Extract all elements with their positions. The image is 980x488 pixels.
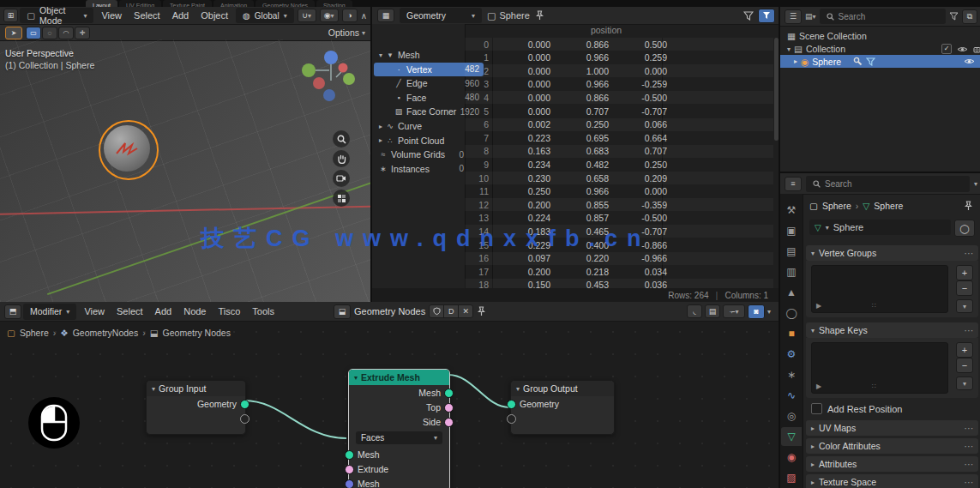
- filter-icon[interactable]: [949, 12, 959, 21]
- view-layer-tab[interactable]: ▥: [781, 262, 802, 281]
- extrude-mesh-node[interactable]: ▾Extrude Mesh MeshTopSide Faces▾ MeshExt…: [348, 369, 450, 488]
- camera-view-icon[interactable]: [333, 170, 350, 187]
- snapping-button[interactable]: ∙⌐▾: [723, 304, 745, 318]
- zoom-icon[interactable]: [333, 130, 350, 148]
- scene-collection-row[interactable]: ▦ Scene Collection: [780, 30, 980, 42]
- editor-type-button[interactable]: ⊞: [3, 9, 18, 22]
- add-rest-position-row[interactable]: Add Rest Position: [811, 403, 902, 414]
- workspace-tab-uv-editing[interactable]: UV Editing: [119, 0, 161, 7]
- overlays-dropdown-icon[interactable]: ▾: [767, 308, 771, 316]
- color-attributes-panel-header[interactable]: ▸Color Attributes⋯: [806, 438, 978, 454]
- pin-icon[interactable]: [964, 201, 973, 211]
- cursor-tool-button[interactable]: ✛: [75, 27, 90, 39]
- shape-keys-panel-header[interactable]: ▾Shape Keys ⋯: [806, 322, 978, 338]
- active-tool-button[interactable]: ➤: [5, 27, 22, 39]
- object-data-tab[interactable]: ▽: [781, 427, 802, 446]
- select-box-tool-button[interactable]: ▭: [26, 27, 41, 39]
- panel-menu-icon[interactable]: ⋯: [965, 325, 974, 335]
- remove-vertex-group-button[interactable]: −: [956, 280, 973, 296]
- collection-row[interactable]: ▾ ▤ Collection ✓: [780, 43, 980, 55]
- world-tab[interactable]: ◯: [781, 304, 802, 322]
- side-output-socket[interactable]: [444, 418, 454, 427]
- proportional-editing-button[interactable]: ◉▾: [320, 9, 339, 22]
- data-source-instances[interactable]: ∗Instances0: [374, 162, 468, 176]
- particles-tab[interactable]: ∗: [781, 365, 802, 384]
- select-circle-tool-button[interactable]: ◌: [42, 27, 57, 39]
- node-tree-icon[interactable]: ⬓: [334, 304, 351, 319]
- object-tab[interactable]: ■: [781, 324, 802, 343]
- vertex-groups-list[interactable]: ▶ ∷: [811, 265, 948, 313]
- data-source-point-cloud[interactable]: ▸∴Point Cloud: [374, 134, 468, 148]
- scene-tab[interactable]: ▲: [781, 283, 802, 302]
- add-vertex-group-button[interactable]: +: [956, 265, 973, 280]
- attributes-panel-header[interactable]: ▸Attributes⋯: [806, 456, 978, 472]
- fake-user-shield-icon[interactable]: [430, 305, 443, 317]
- shape-key-specials-button[interactable]: ▾: [956, 377, 973, 390]
- options-dropdown[interactable]: Options▾: [328, 27, 365, 38]
- group-output-node[interactable]: ▾Group Output Geometry: [510, 380, 615, 435]
- mode-dropdown[interactable]: Faces▾: [356, 431, 442, 444]
- node-tree-type-dropdown[interactable]: Modifier▾: [23, 304, 76, 320]
- menu-object[interactable]: Object: [195, 9, 234, 22]
- uv-maps-panel-header[interactable]: ▸UV Maps⋯: [806, 420, 978, 436]
- node-canvas[interactable]: ▢ Sphere › ❖ GeometryNodes › ⬓ Geometry …: [0, 321, 779, 488]
- users-count-button[interactable]: D: [443, 305, 458, 317]
- properties-search-input[interactable]: Search: [806, 176, 970, 192]
- orthographic-toggle-icon[interactable]: [333, 190, 350, 207]
- remove-shape-key-button[interactable]: −: [956, 358, 973, 373]
- workspace-tab-animation[interactable]: Animation: [213, 0, 254, 7]
- mesh-output-socket[interactable]: [444, 389, 454, 398]
- geometry-input-socket[interactable]: [507, 400, 516, 409]
- extension-socket[interactable]: [507, 414, 516, 424]
- tool-tab[interactable]: ⚒: [781, 201, 802, 220]
- group-input-node[interactable]: ▾Group Input Geometry: [146, 380, 246, 435]
- menu-add[interactable]: Add: [149, 304, 178, 318]
- hide-eye-icon[interactable]: [964, 57, 975, 65]
- search-input[interactable]: Search: [820, 9, 946, 24]
- workspace-tab-geometry-nodes[interactable]: Geometry Nodes: [256, 0, 315, 7]
- panel-menu-icon[interactable]: ⋯: [965, 248, 974, 258]
- editor-type-button[interactable]: ≡: [785, 177, 802, 191]
- modifiers-tab[interactable]: ⚙: [781, 345, 802, 364]
- panel-menu-icon[interactable]: ⋯: [965, 423, 974, 433]
- add-rest-position-checkbox[interactable]: [811, 403, 822, 414]
- mode-dropdown[interactable]: ▢ Object Mode▾: [20, 8, 93, 23]
- overlays-icon[interactable]: ∧: [361, 11, 367, 21]
- sphere-object-row[interactable]: ▸ ◉ Sphere: [780, 55, 980, 68]
- overlays-toggle-button[interactable]: ◙: [748, 304, 765, 319]
- geometry-dropdown[interactable]: Geometry▾: [400, 8, 482, 23]
- menu-node[interactable]: Node: [177, 304, 212, 318]
- filter-icon[interactable]: [743, 11, 754, 21]
- output-tab[interactable]: ▤: [781, 242, 802, 261]
- top-output-socket[interactable]: [444, 403, 454, 413]
- data-source-volume-grids[interactable]: ≈Volume Grids0: [374, 148, 468, 161]
- render-tab[interactable]: ▣: [781, 221, 802, 240]
- select-lasso-tool-button[interactable]: ◠: [58, 27, 74, 39]
- mesh-input-socket[interactable]: [345, 450, 354, 460]
- menu-tools[interactable]: Tools: [246, 304, 280, 318]
- extrude-input-socket[interactable]: [345, 465, 354, 474]
- pin-icon[interactable]: [477, 306, 486, 316]
- link-cut-button[interactable]: ◟: [687, 304, 702, 318]
- menu-view[interactable]: View: [95, 9, 128, 22]
- panel-menu-icon[interactable]: ⋯: [965, 441, 974, 451]
- pan-hand-icon[interactable]: [333, 150, 350, 167]
- transform-orientation-dropdown[interactable]: ◍ Global▾: [236, 8, 294, 23]
- workspace-tab-texture-paint[interactable]: Texture Paint: [163, 0, 212, 7]
- viewport-canvas[interactable]: User Perspective (1) Collection | Sphere: [0, 39, 370, 302]
- mesh-input-socket[interactable]: [345, 479, 354, 488]
- material-tab[interactable]: ◉: [781, 448, 802, 467]
- physics-tab[interactable]: ∿: [781, 386, 802, 405]
- 3d-viewport[interactable]: ⊞ ▢ Object Mode▾ ViewSelectAddObject ◍ G…: [0, 7, 370, 302]
- disable-render-camera-icon[interactable]: [973, 45, 980, 53]
- new-collection-button[interactable]: ⧉: [962, 9, 977, 24]
- hide-eye-icon[interactable]: [957, 45, 968, 53]
- data-source-mesh[interactable]: ▾▾Mesh: [374, 48, 468, 62]
- geometry-output-socket[interactable]: [240, 400, 250, 409]
- browse-data-button[interactable]: ◯: [954, 220, 975, 237]
- editor-type-button[interactable]: ▦: [377, 9, 394, 22]
- panel-menu-icon[interactable]: ⋯: [965, 459, 974, 469]
- menu-add[interactable]: Add: [166, 9, 195, 22]
- visibility-button[interactable]: ◑: [342, 9, 358, 22]
- pin-icon[interactable]: [535, 10, 544, 21]
